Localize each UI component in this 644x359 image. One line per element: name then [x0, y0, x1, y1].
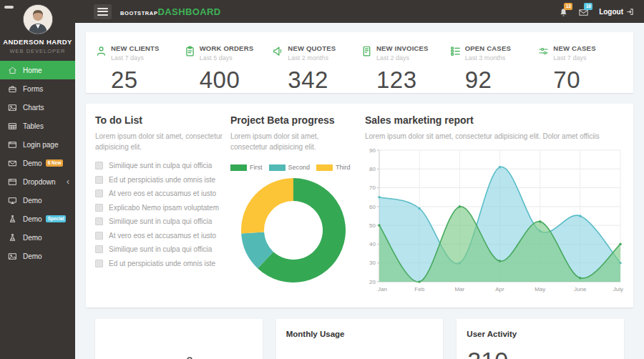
- bottom-card-chart: [95, 319, 263, 359]
- sidebar-item-charts-2[interactable]: Charts: [0, 98, 75, 117]
- todo-checkbox[interactable]: [95, 204, 103, 212]
- todo-checkbox[interactable]: [95, 162, 103, 169]
- stat-label: WORK ORDERS: [200, 44, 273, 52]
- y-tick-label: 20: [369, 279, 376, 285]
- flask-icon: [8, 215, 17, 224]
- brand-logo[interactable]: BOOTSTRAP DASHBOARD: [120, 6, 221, 17]
- todo-item[interactable]: At vero eos et accusamus et iusto: [95, 190, 223, 197]
- sidebar-item-demo-7[interactable]: Demo: [0, 191, 75, 210]
- stat-value: 342: [288, 67, 361, 94]
- megaphone-icon: [272, 45, 284, 57]
- stat-sublabel: Last 7 days: [111, 54, 184, 62]
- todo-item-label: Similique sunt in culpa qui officia: [109, 217, 212, 225]
- bell-alert-button[interactable]: 13: [558, 6, 570, 17]
- brand-name: DASHBOARD: [157, 6, 220, 17]
- stat-label: NEW CASES: [553, 44, 626, 52]
- legend-label: First: [250, 164, 263, 171]
- window-icon: [8, 177, 17, 187]
- todo-item[interactable]: Explicabo Nemo ipsam voluptatem: [95, 204, 223, 212]
- menu-toggle-button[interactable]: [94, 4, 112, 19]
- todo-item[interactable]: Ed ut perspiciatis unde omnis iste: [95, 176, 223, 184]
- sidebar-item-home-0[interactable]: Home: [0, 61, 75, 79]
- todo-item[interactable]: Similique sunt in culpa qui officia: [95, 245, 223, 253]
- stat-label: NEW CLIENTS: [111, 44, 184, 52]
- data-point: [619, 243, 622, 246]
- stat-value: 123: [376, 67, 449, 94]
- home-icon: [8, 66, 17, 75]
- data-point: [579, 215, 582, 217]
- bottom-card-user-activity: User Activity210: [457, 319, 624, 359]
- y-tick-label: 40: [369, 241, 376, 247]
- donut-slice-third[interactable]: [241, 178, 293, 234]
- browser-icon: [8, 140, 17, 149]
- table-icon: [8, 122, 17, 131]
- sidebar-item-label: Demo: [23, 252, 42, 260]
- stat-sublabel: Last 5 days: [200, 54, 273, 62]
- todo-item[interactable]: Similique sunt in culpa qui officia: [95, 162, 223, 169]
- sidebar-item-login-page-4[interactable]: Login page: [0, 135, 75, 154]
- topbar-actions: 1316 Logout: [558, 6, 644, 17]
- sidebar-item-label: Charts: [23, 104, 44, 112]
- logout-button[interactable]: Logout: [599, 8, 634, 16]
- alert-count-badge: 16: [584, 3, 592, 10]
- y-tick-label: 60: [369, 204, 376, 210]
- profile-role: WEB DEVELOPER: [0, 48, 75, 54]
- donut-subtitle: Lorem ipsum dolor sit amet, consectetur …: [230, 131, 356, 152]
- briefcase-icon: [8, 84, 17, 94]
- sidebar: ANDERSON HARDY WEB DEVELOPER HomeFormsCh…: [0, 0, 75, 359]
- card-value: 210: [467, 347, 614, 359]
- x-tick-label: June: [574, 286, 587, 292]
- x-tick-label: May: [535, 286, 545, 292]
- stat-label: NEW QUOTES: [288, 44, 361, 52]
- flask-icon: [8, 215, 17, 224]
- area-chart[interactable]: 2030405060708090JanFebMarAprMayJuneJuly: [365, 144, 624, 296]
- todo-checkbox[interactable]: [95, 190, 103, 197]
- user-icon: [95, 45, 107, 57]
- donut-title: Project Beta progress: [230, 114, 356, 126]
- todo-subtitle: Lorem ipsum dolor sit amet, consectetur …: [95, 131, 223, 152]
- sidebar-item-label: Tables: [23, 122, 44, 130]
- chevron-left-icon: ‹: [67, 177, 69, 186]
- sidebar-item-dropdown-6[interactable]: Dropdown‹: [0, 172, 75, 191]
- todo-checkbox[interactable]: [95, 176, 103, 184]
- mail-icon: [8, 159, 17, 168]
- home-icon: [8, 66, 17, 75]
- donut-panel: Project Beta progress Lorem ipsum dolor …: [230, 114, 356, 297]
- stat-value: 400: [200, 67, 273, 94]
- alerts-group: 1316: [558, 6, 590, 17]
- hamburger-line: [97, 14, 108, 16]
- sidebar-item-demo-9[interactable]: Demo: [0, 228, 75, 247]
- sidebar-item-demo-5[interactable]: Demo6 New: [0, 154, 75, 172]
- legend-item: First: [230, 164, 263, 171]
- sidebar-item-forms-1[interactable]: Forms: [0, 79, 75, 98]
- data-point: [579, 277, 582, 280]
- data-point: [499, 260, 502, 262]
- checklist-icon: [449, 45, 462, 57]
- usage-gauge-chart[interactable]: [286, 345, 379, 359]
- todo-list: Similique sunt in culpa qui officiaEd ut…: [95, 162, 223, 267]
- stat-new-quotes: NEW QUOTESLast 2 months342: [272, 44, 361, 93]
- todo-item[interactable]: Similique sunt in culpa qui officia: [95, 217, 223, 225]
- todo-item[interactable]: At vero eos et accusamus et iusto: [95, 232, 223, 240]
- profile-name: ANDERSON HARDY: [0, 38, 75, 46]
- sidebar-item-tables-3[interactable]: Tables: [0, 117, 75, 135]
- todo-checkbox[interactable]: [95, 245, 103, 253]
- sliders-icon: [537, 45, 550, 57]
- logout-icon: [626, 8, 634, 16]
- display-icon: [8, 196, 17, 205]
- sales-subtitle: Lorem ipsum dolor sit amet, consectetur …: [365, 131, 624, 142]
- todo-item-label: Explicabo Nemo ipsam voluptatem: [109, 204, 219, 212]
- donut-chart[interactable]: [240, 177, 347, 284]
- todo-checkbox[interactable]: [95, 260, 103, 267]
- mail-alert-button[interactable]: 16: [578, 6, 590, 17]
- todo-checkbox[interactable]: [95, 232, 103, 240]
- stat-label: NEW INVOICES: [376, 44, 449, 52]
- todo-checkbox[interactable]: [95, 217, 103, 225]
- todo-item[interactable]: Ed ut perspiciatis unde omnis iste: [95, 260, 223, 267]
- sidebar-item-demo-10[interactable]: Demo: [0, 247, 75, 265]
- todo-item-label: Similique sunt in culpa qui officia: [109, 245, 212, 253]
- sidebar-item-demo-8[interactable]: DemoSpecial: [0, 210, 75, 228]
- pulse-icon: [164, 353, 194, 359]
- sidebar-item-label: Forms: [23, 85, 43, 93]
- avatar[interactable]: [24, 5, 52, 34]
